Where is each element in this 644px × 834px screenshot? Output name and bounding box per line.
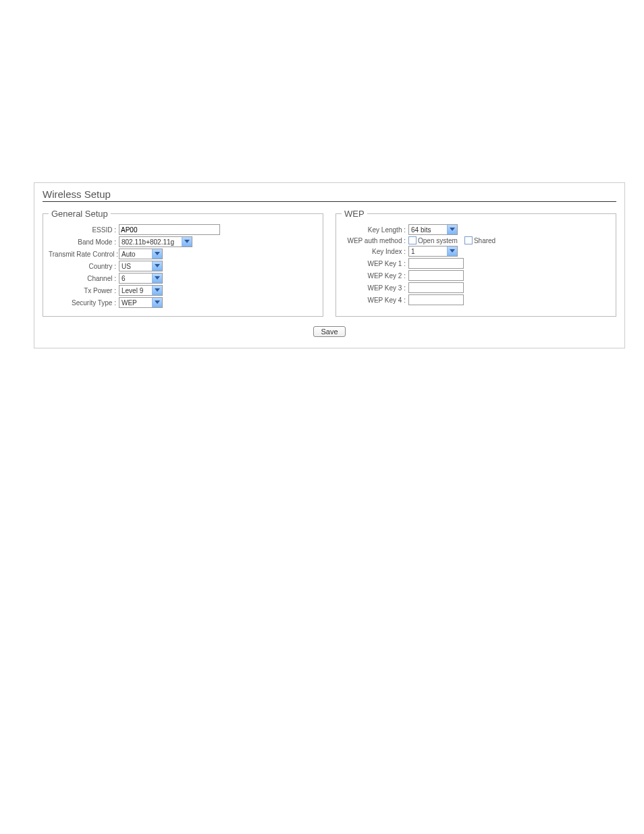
chevron-down-icon [152,261,162,271]
wep-key2-input[interactable] [408,270,464,281]
essid-row: ESSID : [49,224,317,235]
key-index-row: Key Index : 1 [342,246,610,257]
wep-key3-input[interactable] [408,282,464,293]
security-select[interactable]: WEP [119,297,163,308]
key-index-select[interactable]: 1 [408,246,458,257]
txpower-row: Tx Power : Level 9 [49,285,317,296]
save-button[interactable]: Save [313,326,345,337]
channel-value: 6 [119,273,152,283]
band-mode-row: Band Mode : 802.11b+802.11g [49,236,317,247]
page-title: Wireless Setup [43,188,616,202]
save-button-wrap: Save [43,325,616,337]
band-mode-label: Band Mode : [49,238,119,246]
country-select[interactable]: US [119,261,163,271]
wep-fieldset: WEP Key Length : 64 bits WEP auth method… [336,209,616,317]
key-length-row: Key Length : 64 bits [342,224,610,235]
txrate-value: Auto [119,249,152,259]
svg-marker-2 [155,264,160,267]
chevron-down-icon [152,273,162,283]
band-mode-select[interactable]: 802.11b+802.11g [119,236,192,247]
chevron-down-icon [182,237,192,246]
auth-method-label: WEP auth method : [342,237,408,244]
channel-label: Channel : [49,275,119,282]
wep-key3-row: WEP Key 3 : [342,282,610,293]
channel-select[interactable]: 6 [119,273,163,284]
wireless-setup-panel: Wireless Setup General Setup ESSID : Ban… [34,182,625,348]
key-length-select[interactable]: 64 bits [408,224,458,235]
key-index-value: 1 [409,246,447,256]
wep-key2-label: WEP Key 2 : [342,272,408,280]
wep-key4-input[interactable] [408,294,464,305]
essid-input[interactable] [119,224,220,235]
svg-marker-1 [155,252,160,255]
key-length-value: 64 bits [409,225,447,234]
channel-row: Channel : 6 [49,273,317,284]
band-mode-value: 802.11b+802.11g [119,237,182,246]
txpower-label: Tx Power : [49,287,119,294]
security-value: WEP [119,298,152,307]
country-label: Country : [49,263,119,270]
wep-key1-row: WEP Key 1 : [342,258,610,269]
country-row: Country : US [49,261,317,271]
txrate-label: Transmit Rate Control : [49,251,119,258]
txpower-select[interactable]: Level 9 [119,285,163,296]
security-row: Security Type : WEP [49,297,317,308]
general-setup-fieldset: General Setup ESSID : Band Mode : 802.11… [43,209,323,317]
svg-marker-3 [155,276,160,280]
svg-marker-6 [450,228,455,231]
auth-shared-checkbox[interactable] [464,236,473,244]
essid-label: ESSID : [49,226,119,234]
svg-marker-4 [155,288,160,292]
security-label: Security Type : [49,299,119,307]
auth-open-label: Open system [418,237,458,244]
svg-marker-7 [450,249,455,253]
wep-key2-row: WEP Key 2 : [342,270,610,281]
auth-method-row: WEP auth method : Open system Shared [342,236,610,244]
svg-marker-0 [184,240,190,243]
txpower-value: Level 9 [119,286,152,295]
wep-legend: WEP [342,209,367,219]
txrate-row: Transmit Rate Control : Auto [49,249,317,259]
chevron-down-icon [152,298,162,307]
wep-key4-row: WEP Key 4 : [342,294,610,305]
chevron-down-icon [152,249,162,259]
svg-marker-5 [155,301,160,304]
wep-key1-input[interactable] [408,258,464,269]
country-value: US [119,261,152,271]
wep-key3-label: WEP Key 3 : [342,284,408,292]
key-index-label: Key Index : [342,248,408,255]
txrate-select[interactable]: Auto [119,249,163,259]
auth-open-checkbox[interactable] [408,236,417,244]
auth-shared-label: Shared [474,237,495,244]
wep-key4-label: WEP Key 4 : [342,296,408,304]
general-setup-legend: General Setup [49,209,111,219]
key-length-label: Key Length : [342,226,408,234]
chevron-down-icon [152,286,162,295]
chevron-down-icon [447,246,457,256]
columns: General Setup ESSID : Band Mode : 802.11… [43,209,616,317]
wep-key1-label: WEP Key 1 : [342,260,408,267]
chevron-down-icon [447,225,457,234]
